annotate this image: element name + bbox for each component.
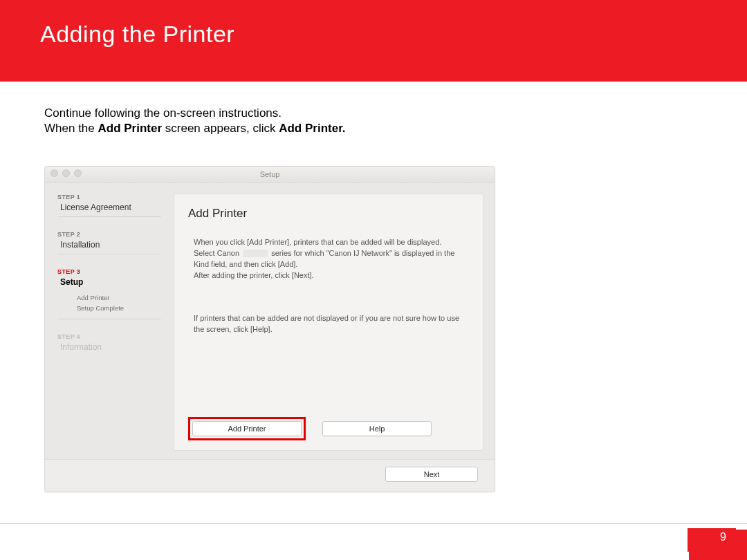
step-4-group: STEP 4 Information [57,333,161,353]
content-pane: Add Printer When you click [Add Printer]… [174,194,483,451]
intro-mid: screen appears, click [162,122,279,135]
substep-add-printer: Add Printer [77,292,161,303]
add-printer-button[interactable]: Add Printer [192,421,302,436]
window-footer: Next [45,459,495,492]
step-2-label: STEP 2 [57,231,161,238]
page-number: 9 [688,528,736,552]
body-area: Continue following the on-screen instruc… [0,82,747,492]
help-button[interactable]: Help [322,421,432,436]
step-4-title: Information [60,342,161,353]
step-3-substeps: Add Printer Setup Complete [77,292,161,313]
minimize-icon[interactable] [62,169,70,177]
window-titlebar: Setup [45,167,495,183]
separator [57,254,161,254]
traffic-lights [50,169,82,177]
step-3-group: STEP 3 Setup Add Printer Setup Complete [57,268,161,319]
button-row: Add Printer Help [188,391,469,440]
step-4-label: STEP 4 [57,333,161,340]
separator [57,216,161,217]
page-rule [0,523,747,524]
paragraph-1: When you click [Add Printer], printers t… [194,237,463,281]
step-3-title: Setup [60,277,161,288]
separator [57,319,161,319]
close-icon[interactable] [50,169,58,177]
paragraph-2: If printers that can be added are not di… [194,313,463,335]
intro-bold-2: Add Printer. [279,122,345,135]
substep-setup-complete: Setup Complete [77,303,161,313]
intro-line-1: Continue following the on-screen instruc… [44,106,747,120]
step-2-group: STEP 2 Installation [57,231,161,254]
step-1-label: STEP 1 [57,194,161,200]
window-body: STEP 1 License Agreement STEP 2 Installa… [45,183,495,459]
content-heading: Add Printer [188,207,469,221]
next-button[interactable]: Next [385,467,478,482]
setup-sidebar: STEP 1 License Agreement STEP 2 Installa… [57,194,161,451]
header-band: Adding the Printer [0,0,747,82]
setup-window: Setup STEP 1 License Agreement STEP 2 In… [44,166,495,492]
page-title: Adding the Printer [0,0,747,48]
highlight-frame: Add Printer [188,417,306,440]
intro-line-2: When the Add Printer screen appears, cli… [44,122,747,136]
step-3-label: STEP 3 [57,268,161,275]
step-1-title: License Agreement [60,203,161,214]
step-2-title: Installation [60,240,161,251]
zoom-icon[interactable] [74,169,82,177]
p1c: After adding the printer, click [Next]. [194,271,314,279]
step-1-group: STEP 1 License Agreement [57,194,161,217]
window-title: Setup [45,167,495,182]
intro-bold-1: Add Printer [98,122,163,135]
redacted-model [243,250,268,257]
intro-pre: When the [44,122,98,135]
